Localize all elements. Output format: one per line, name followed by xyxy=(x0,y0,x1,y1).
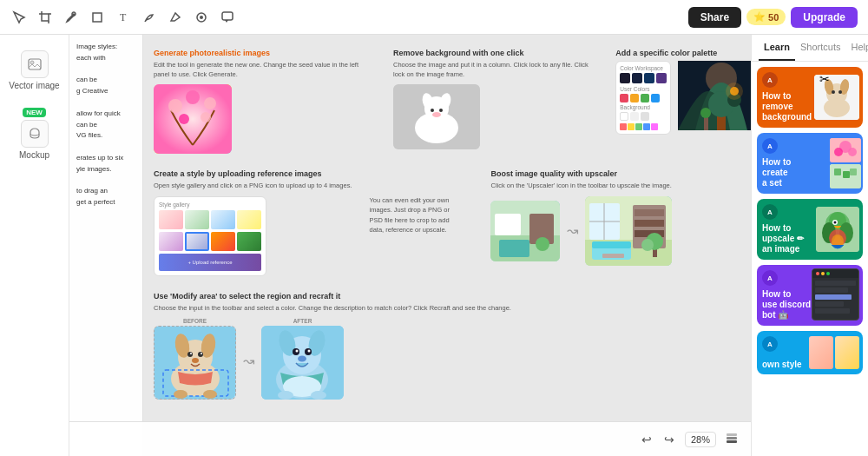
svg-point-26 xyxy=(432,112,441,117)
type-tool-icon[interactable]: T xyxy=(115,9,132,26)
card-remove-bg[interactable]: A How to remove background xyxy=(757,67,863,128)
pen-tool-icon[interactable] xyxy=(62,9,80,26)
tutorial-create-style: Create a style by uploading reference im… xyxy=(154,169,352,276)
crop-tool-icon[interactable] xyxy=(36,9,54,26)
svg-point-16 xyxy=(204,97,216,109)
own-images-desc: You can even edit your own images. Just … xyxy=(369,195,456,235)
modify-area-desc: Choose the input in the toolbar and sele… xyxy=(154,304,511,314)
comment-tool-icon[interactable] xyxy=(219,9,236,26)
card-create-set[interactable]: A How to create a set xyxy=(757,133,863,194)
card-remove-bg-title: How to remove background xyxy=(762,91,812,122)
mockup-icon xyxy=(21,120,49,148)
toolbar-tools: T xyxy=(10,9,236,26)
svg-rect-56 xyxy=(602,254,624,258)
tutorial-upscaler: Boost image quality with upscaler Click … xyxy=(490,169,672,266)
left-sidebar: Vector image NEW Mockup xyxy=(0,35,69,456)
svg-rect-0 xyxy=(42,14,49,21)
generate-title: Generate photorealistic images xyxy=(154,49,376,57)
svg-rect-6 xyxy=(93,13,102,22)
card-own-style[interactable]: A own style xyxy=(757,331,863,374)
svg-point-25 xyxy=(439,109,443,112)
svg-rect-10 xyxy=(222,12,233,20)
tutorial-generate: Generate photorealistic images Edit the … xyxy=(154,49,376,154)
tab-help[interactable]: Help xyxy=(845,35,868,61)
svg-point-78 xyxy=(308,350,311,353)
svg-point-91 xyxy=(838,90,842,94)
mockup-label: Mockup xyxy=(19,150,49,160)
color-panel-ui: Color Workspace User Colors xyxy=(615,61,671,135)
room-before-image xyxy=(490,201,560,261)
main-area: Vector image NEW Mockup Image styles: ea… xyxy=(0,35,868,456)
svg-point-105 xyxy=(834,221,837,224)
svg-point-90 xyxy=(832,90,835,94)
modify-before-after: BEFORE xyxy=(154,318,511,400)
card-upscale-avatar: A xyxy=(762,204,778,220)
card-discord[interactable]: A How to use discord bot 🤖 xyxy=(757,265,863,326)
create-style-desc: Open style gallery and click on a PNG ic… xyxy=(154,182,352,191)
dog-before-image xyxy=(154,326,236,400)
svg-text:T: T xyxy=(120,11,127,23)
svg-rect-85 xyxy=(727,433,737,436)
svg-point-14 xyxy=(168,99,182,113)
svg-point-63 xyxy=(198,352,203,357)
card-own-style-title: own style xyxy=(762,360,802,369)
svg-point-18 xyxy=(201,112,211,122)
card-own-style-avatar: A xyxy=(762,336,778,352)
create-style-title: Create a style by uploading reference im… xyxy=(154,169,352,178)
generate-desc: Edit the tool in generate the new one. C… xyxy=(154,61,376,79)
before-label: BEFORE xyxy=(154,318,236,324)
card-discord-avatar: A xyxy=(762,270,778,286)
color-palette-title: Add a specific color palette xyxy=(615,49,740,57)
canvas-content[interactable]: Generate photorealistic images Edit the … xyxy=(143,35,751,421)
svg-rect-11 xyxy=(29,59,41,69)
sidebar-item-vector[interactable]: Vector image xyxy=(4,43,65,97)
svg-point-66 xyxy=(192,358,199,363)
star-count: 50 xyxy=(768,12,779,23)
canvas-area[interactable]: Image styles: each with can be g Creativ… xyxy=(69,35,751,456)
toolbar-right-actions: Share ⭐ 50 Upgrade xyxy=(688,7,858,28)
tutorial-remove-bg: Remove background with one click Choose … xyxy=(393,49,598,149)
svg-point-15 xyxy=(186,90,200,104)
zoom-level[interactable]: 28% xyxy=(685,432,716,447)
svg-rect-52 xyxy=(592,241,631,248)
svg-point-69 xyxy=(203,390,217,399)
share-button[interactable]: Share xyxy=(688,7,741,28)
svg-point-95 xyxy=(834,148,843,156)
card-create-set-title: How to create a set xyxy=(762,157,791,188)
upscaler-images: ↝ xyxy=(490,196,672,266)
eraser-tool-icon[interactable] xyxy=(167,9,184,26)
brush-tool-icon[interactable] xyxy=(141,9,158,26)
svg-point-55 xyxy=(641,239,654,251)
card-upscale[interactable]: A How to upscale ✏ an image xyxy=(757,199,863,260)
star-badge: ⭐ 50 xyxy=(746,9,786,25)
svg-point-81 xyxy=(278,391,293,400)
sidebar-item-mockup[interactable]: NEW Mockup xyxy=(4,101,65,167)
new-badge: NEW xyxy=(23,108,46,117)
svg-point-24 xyxy=(431,109,434,112)
select-tool-icon[interactable] xyxy=(10,9,28,26)
layers-icon[interactable] xyxy=(723,431,740,448)
shape-tool-icon[interactable] xyxy=(89,9,106,26)
svg-point-65 xyxy=(201,353,202,354)
style-gallery-panel: Style gallery xyxy=(154,196,266,276)
tab-shortcuts[interactable]: Shortcuts xyxy=(795,35,845,61)
svg-point-68 xyxy=(174,390,187,399)
redo-icon[interactable]: ↪ xyxy=(661,431,678,448)
tutorial-color-palette: Add a specific color palette Color Works… xyxy=(615,49,740,135)
modify-after: AFTER xyxy=(261,318,344,400)
upgrade-button[interactable]: Upgrade xyxy=(791,7,858,28)
own-images-note: You can even edit your own images. Just … xyxy=(369,195,456,235)
svg-point-77 xyxy=(296,350,299,353)
undo-icon[interactable]: ↩ xyxy=(638,431,655,448)
upscaler-desc: Click on the 'Upscaler' icon in the tool… xyxy=(490,182,672,191)
svg-rect-49 xyxy=(635,220,664,227)
svg-point-41 xyxy=(536,237,549,251)
svg-rect-99 xyxy=(843,171,850,178)
upscaler-title: Boost image quality with upscaler xyxy=(490,169,672,178)
modify-area-title: Use 'Modify area' to select the region a… xyxy=(154,292,511,301)
canvas-inner: Image styles: each with can be g Creativ… xyxy=(69,35,751,456)
vector-image-label: Vector image xyxy=(9,81,59,90)
stars-tool-icon[interactable] xyxy=(193,9,210,26)
tab-learn[interactable]: Learn xyxy=(759,35,795,61)
remove-bg-image xyxy=(393,84,480,149)
